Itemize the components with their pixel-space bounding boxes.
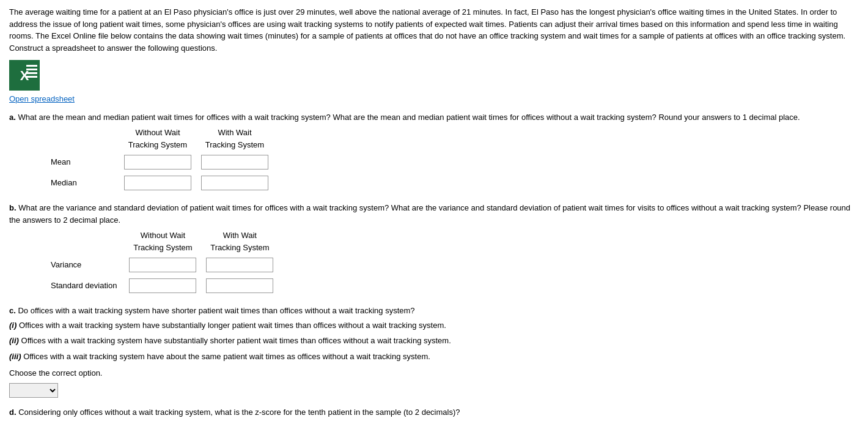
option-i-text: (i) Offices with a wait tracking system … xyxy=(9,319,859,332)
excel-line-4 xyxy=(26,76,37,78)
question-a-text: a. What are the mean and median patient … xyxy=(9,111,859,124)
mean-with-cell xyxy=(196,152,273,173)
var-without-cell xyxy=(124,255,201,275)
median-with-cell xyxy=(196,173,273,193)
table-a-col2-header: With Wait Tracking System xyxy=(196,125,273,152)
question-a-block: a. What are the mean and median patient … xyxy=(9,111,859,194)
excel-icon: X xyxy=(9,60,40,91)
option-ii-body: Offices with a wait tracking system have… xyxy=(21,336,451,345)
excel-line-1 xyxy=(26,65,37,67)
mean-label: Mean xyxy=(46,152,119,173)
variance-with-input[interactable] xyxy=(206,258,273,272)
option-iii-text: (iii) Offices with a wait tracking syste… xyxy=(9,351,859,363)
question-c-text: c. Do offices with a wait tracking syste… xyxy=(9,305,859,317)
std-with-input[interactable] xyxy=(206,278,273,293)
b-col2-line1: With Wait xyxy=(223,231,257,240)
std-label: Standard deviation xyxy=(46,275,124,296)
question-c-body: Do offices with a wait tracking system h… xyxy=(18,306,414,315)
std-without-input[interactable] xyxy=(129,278,196,293)
table-a-section: Without Wait Tracking System With Wait T… xyxy=(46,125,859,193)
col1-line1: Without Wait xyxy=(135,128,180,137)
question-d-text: d. Considering only offices without a wa… xyxy=(9,406,859,419)
std-with-cell xyxy=(201,275,278,296)
option-i-label: (i) xyxy=(9,321,17,330)
table-b-header-row: Without Wait Tracking System With Wait T… xyxy=(46,228,278,255)
question-b-label: b. xyxy=(9,203,17,212)
question-c-block: c. Do offices with a wait tracking syste… xyxy=(9,305,859,398)
mean-without-input[interactable] xyxy=(124,155,191,170)
choose-text: Choose the correct option. xyxy=(9,367,859,379)
table-a: Without Wait Tracking System With Wait T… xyxy=(46,125,273,193)
question-b-body: What are the variance and standard devia… xyxy=(9,203,850,225)
option-i-body: Offices with a wait tracking system have… xyxy=(19,321,446,330)
question-c-label: c. xyxy=(9,306,16,315)
col2-line2: Tracking System xyxy=(205,140,264,149)
median-label: Median xyxy=(46,173,119,193)
answer-select[interactable]: i ii iii xyxy=(9,383,58,398)
excel-line-3 xyxy=(26,72,37,74)
question-b-block: b. What are the variance and standard de… xyxy=(9,202,859,296)
b-col2-line2: Tracking System xyxy=(210,243,269,252)
question-a-body: What are the mean and median patient wai… xyxy=(18,113,800,122)
median-without-input[interactable] xyxy=(124,176,191,190)
b-col1-line1: Without Wait xyxy=(141,231,185,240)
question-d-label: d. xyxy=(9,408,17,417)
open-spreadsheet-link[interactable]: Open spreadsheet xyxy=(9,93,75,105)
table-a-row-median: Median xyxy=(46,173,273,193)
table-a-row-mean: Mean xyxy=(46,152,273,173)
table-b-col1-header: Without Wait Tracking System xyxy=(124,228,201,255)
table-b-row-variance: Variance xyxy=(46,255,278,275)
median-with-input[interactable] xyxy=(201,176,268,190)
intro-text: The average waiting time for a patient a… xyxy=(9,6,859,54)
table-b-empty-header xyxy=(46,228,124,255)
median-without-cell xyxy=(119,173,196,193)
excel-lines xyxy=(26,65,37,78)
table-b: Without Wait Tracking System With Wait T… xyxy=(46,228,278,296)
intro-paragraph: The average waiting time for a patient a… xyxy=(9,6,859,54)
table-b-section: Without Wait Tracking System With Wait T… xyxy=(46,228,859,296)
col1-line2: Tracking System xyxy=(128,140,187,149)
option-ii-label: (ii) xyxy=(9,336,19,345)
spreadsheet-section: X Open spreadsheet xyxy=(9,60,859,105)
question-a-label: a. xyxy=(9,113,16,122)
table-a-header-row: Without Wait Tracking System With Wait T… xyxy=(46,125,273,152)
question-d-body: Considering only offices without a wait … xyxy=(18,408,460,417)
mean-with-input[interactable] xyxy=(201,155,268,170)
table-a-empty-header xyxy=(46,125,119,152)
option-iii-body: Offices with a wait tracking system have… xyxy=(23,352,430,361)
var-with-cell xyxy=(201,255,278,275)
excel-line-2 xyxy=(26,69,37,70)
option-ii-text: (ii) Offices with a wait tracking system… xyxy=(9,335,859,347)
table-b-row-std: Standard deviation xyxy=(46,275,278,296)
question-d-block: d. Considering only offices without a wa… xyxy=(9,406,859,422)
variance-label: Variance xyxy=(46,255,124,275)
question-b-text: b. What are the variance and standard de… xyxy=(9,202,859,226)
mean-without-cell xyxy=(119,152,196,173)
b-col1-line2: Tracking System xyxy=(133,243,192,252)
col2-line1: With Wait xyxy=(218,128,251,137)
variance-without-input[interactable] xyxy=(129,258,196,272)
std-without-cell xyxy=(124,275,201,296)
table-a-col1-header: Without Wait Tracking System xyxy=(119,125,196,152)
option-iii-label: (iii) xyxy=(9,352,21,361)
table-b-col2-header: With Wait Tracking System xyxy=(201,228,278,255)
